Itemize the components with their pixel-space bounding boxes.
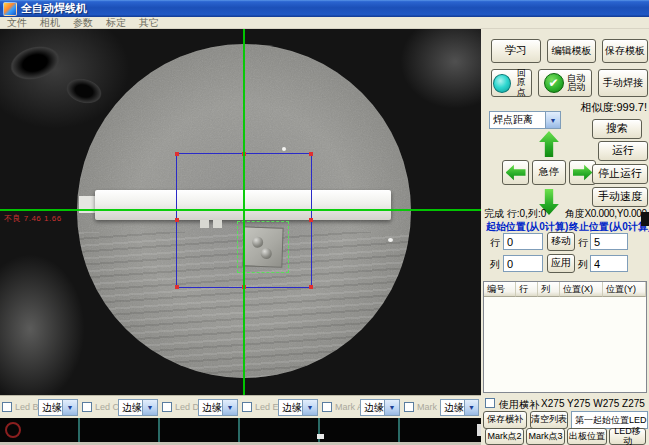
position-list-body[interactable] <box>484 297 646 392</box>
preview-divider <box>398 418 400 442</box>
mark-point-2-button[interactable]: Mark点2 <box>485 428 524 445</box>
apply-button[interactable]: 应用 <box>547 254 575 273</box>
selection-handle[interactable] <box>309 285 313 289</box>
chevron-down-icon[interactable]: ▼ <box>384 400 399 415</box>
led-c-checkbox[interactable] <box>82 402 92 412</box>
status-done: 完成 行:0,列:0 <box>484 207 546 221</box>
chevron-down-icon[interactable]: ▼ <box>142 400 157 415</box>
start-row-input[interactable] <box>503 233 543 250</box>
auto-start-label: 自动启动 <box>566 74 587 93</box>
selection-handle[interactable] <box>175 152 179 156</box>
start-col-label: 列 <box>490 258 500 272</box>
camera-view[interactable]: 不良 7.46 1.66 <box>0 29 481 395</box>
column-header-id[interactable]: 编号 <box>484 282 516 297</box>
jog-left-arrow <box>506 164 526 181</box>
manual-speed-button[interactable]: 手动速度 <box>592 187 648 207</box>
led-c-mode-select[interactable]: 边缘▼ <box>118 399 158 416</box>
chevron-down-icon[interactable]: ▼ <box>62 400 77 415</box>
clear-list-button[interactable]: 清空列表 <box>530 411 568 429</box>
chevron-down-icon[interactable]: ▼ <box>464 400 478 415</box>
mark-a-mode-select[interactable]: 边缘▼ <box>360 399 400 416</box>
use-compensation-checkbox[interactable] <box>485 398 495 408</box>
chevron-down-icon[interactable]: ▼ <box>545 112 560 128</box>
mark-point-3-button[interactable]: Mark点3 <box>526 428 565 445</box>
preview-divider <box>78 418 80 442</box>
mark-a-checkbox[interactable] <box>322 402 332 412</box>
edit-template-button[interactable]: 编辑模板 <box>547 39 596 63</box>
led-d-mode-select[interactable]: 边缘▼ <box>198 399 238 416</box>
led-c-label: Led C <box>95 402 119 412</box>
save-template-button[interactable]: 保存模板 <box>602 39 648 63</box>
jog-left-button[interactable] <box>502 160 529 185</box>
end-row-input[interactable] <box>590 233 628 250</box>
position-list[interactable]: 编号 行 列 位置(X) 位置(Y) <box>483 281 647 393</box>
end-col-label: 列 <box>578 258 588 272</box>
board-out-position-button[interactable]: 出板位置 <box>567 428 607 445</box>
chevron-down-icon[interactable]: ▼ <box>222 400 237 415</box>
preview-bar <box>0 418 481 442</box>
preview-divider <box>238 418 240 442</box>
mark-b-mode-select[interactable]: 边缘▼ <box>440 399 479 416</box>
led-b-mode-select[interactable]: 边缘▼ <box>38 399 78 416</box>
crosshair-horizontal <box>0 209 481 211</box>
background-haze <box>0 254 85 395</box>
save-compensation-button[interactable]: 保存横补 <box>483 411 527 429</box>
search-button[interactable]: 搜索 <box>592 119 642 139</box>
home-button[interactable]: 回原点 <box>491 69 532 97</box>
jog-right-arrow <box>573 164 593 181</box>
move-button[interactable]: 移动 <box>547 232 575 251</box>
titlebar[interactable]: 全自动焊线机 <box>0 0 649 17</box>
chevron-down-icon[interactable]: ▼ <box>647 412 648 428</box>
menu-item-params[interactable]: 参数 <box>73 16 93 30</box>
menu-item-calibration[interactable]: 标定 <box>106 16 126 30</box>
led-move-button[interactable]: LED移动 <box>609 428 646 445</box>
column-header-posx[interactable]: 位置(X) <box>560 282 603 297</box>
learn-button[interactable]: 学习 <box>491 39 541 63</box>
end-col-input[interactable] <box>590 255 628 272</box>
start-col-input[interactable] <box>503 255 543 272</box>
selection-handle[interactable] <box>175 218 179 222</box>
end-row-label: 行 <box>578 236 588 250</box>
menu-item-other[interactable]: 其它 <box>139 16 159 30</box>
check-icon: ✔ <box>544 73 564 93</box>
selection-handle[interactable] <box>175 285 179 289</box>
red-overlay-text: 不良 7.46 1.66 <box>4 213 62 224</box>
background-haze <box>400 29 481 109</box>
screen-artifact <box>641 212 649 226</box>
preview-speck <box>317 434 324 439</box>
led-d-label: Led D <box>175 402 199 412</box>
led-b-checkbox[interactable] <box>2 402 12 412</box>
chevron-down-icon[interactable]: ▼ <box>302 400 317 415</box>
manual-weld-button[interactable]: 手动焊接 <box>598 69 648 97</box>
auto-start-button[interactable]: ✔ 自动启动 <box>538 69 592 97</box>
led-option-strip: Led B 边缘▼ Led C 边缘▼ Led D 边缘▼ Led E 边缘▼ … <box>0 395 481 418</box>
menu-item-file[interactable]: 文件 <box>7 16 27 30</box>
selection-handle[interactable] <box>309 218 313 222</box>
application-window: 全自动焊线机 文件 相机 参数 标定 其它 <box>0 0 649 445</box>
menubar: 文件 相机 参数 标定 其它 <box>0 17 649 29</box>
column-header-posy[interactable]: 位置(Y) <box>603 282 646 297</box>
menu-item-camera[interactable]: 相机 <box>40 16 60 30</box>
mark-b-checkbox[interactable] <box>404 402 414 412</box>
selection-handle[interactable] <box>309 152 313 156</box>
position-list-header: 编号 行 列 位置(X) 位置(Y) <box>484 282 646 297</box>
run-button[interactable]: 运行 <box>598 141 648 161</box>
estop-button[interactable]: 急停 <box>532 160 566 185</box>
jog-up-arrow[interactable] <box>538 131 560 157</box>
bright-speck <box>282 147 286 151</box>
led-b-label: Led B <box>15 402 39 412</box>
column-header-row[interactable]: 行 <box>516 282 538 297</box>
led-e-mode-select[interactable]: 边缘▼ <box>278 399 318 416</box>
led-e-checkbox[interactable] <box>242 402 252 412</box>
end-position-header: 终止位置(从0计算) <box>569 220 649 234</box>
bright-speck <box>388 238 393 242</box>
stop-run-button[interactable]: 停止运行 <box>592 164 648 184</box>
status-angle: 角度X0.000,Y0.000 <box>565 207 647 221</box>
mark-a-label: Mark A <box>335 402 363 412</box>
compensation-coords: X275 Y275 W275 Z275 <box>539 398 647 409</box>
window-title: 全自动焊线机 <box>21 1 87 16</box>
column-header-col[interactable]: 列 <box>538 282 560 297</box>
distance-select[interactable]: 焊点距离▼ <box>489 111 561 129</box>
led-d-checkbox[interactable] <box>162 402 172 412</box>
app-icon <box>3 2 17 16</box>
